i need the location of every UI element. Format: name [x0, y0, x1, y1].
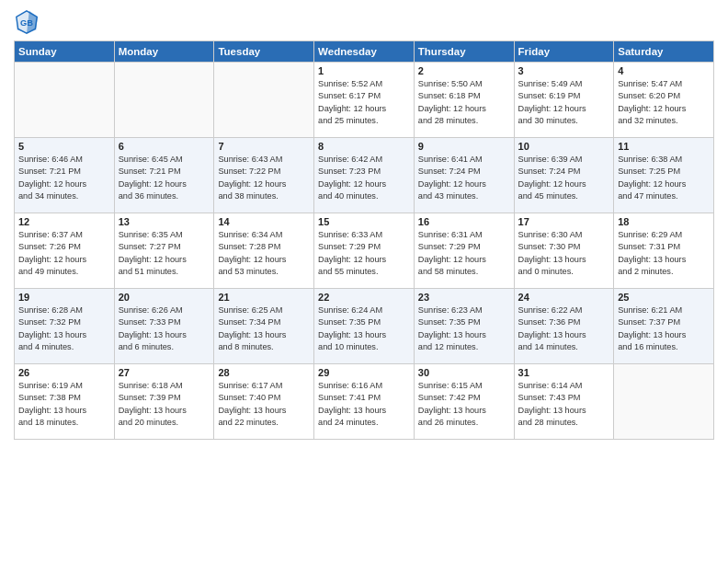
weekday-header-thursday: Thursday: [414, 41, 514, 63]
day-info: Sunrise: 6:22 AM Sunset: 7:36 PM Dayligh…: [518, 304, 610, 353]
day-number: 18: [618, 216, 710, 227]
calendar-cell: 8Sunrise: 6:42 AM Sunset: 7:23 PM Daylig…: [314, 138, 415, 213]
calendar-cell: 12Sunrise: 6:37 AM Sunset: 7:26 PM Dayli…: [15, 213, 115, 289]
day-info: Sunrise: 6:29 AM Sunset: 7:31 PM Dayligh…: [618, 229, 710, 278]
calendar-cell: [15, 63, 115, 138]
calendar-cell: [614, 364, 714, 440]
calendar-cell: 29Sunrise: 6:16 AM Sunset: 7:41 PM Dayli…: [314, 364, 415, 440]
day-info: Sunrise: 6:28 AM Sunset: 7:32 PM Dayligh…: [18, 304, 110, 353]
day-number: 23: [418, 292, 510, 303]
day-number: 11: [618, 141, 710, 152]
calendar-cell: 5Sunrise: 6:46 AM Sunset: 7:21 PM Daylig…: [15, 138, 115, 213]
calendar-week-5: 26Sunrise: 6:19 AM Sunset: 7:38 PM Dayli…: [15, 364, 714, 440]
day-number: 4: [618, 65, 710, 76]
calendar-cell: 20Sunrise: 6:26 AM Sunset: 7:33 PM Dayli…: [114, 289, 214, 364]
day-number: 21: [218, 292, 310, 303]
calendar-week-1: 1Sunrise: 5:52 AM Sunset: 6:17 PM Daylig…: [15, 63, 714, 138]
day-info: Sunrise: 6:14 AM Sunset: 7:43 PM Dayligh…: [518, 380, 610, 429]
day-number: 15: [318, 216, 410, 227]
weekday-header-sunday: Sunday: [15, 41, 115, 63]
day-number: 17: [518, 216, 610, 227]
day-number: 31: [518, 367, 610, 378]
calendar-cell: [214, 63, 314, 138]
calendar-cell: 19Sunrise: 6:28 AM Sunset: 7:32 PM Dayli…: [15, 289, 115, 364]
day-info: Sunrise: 6:37 AM Sunset: 7:26 PM Dayligh…: [18, 229, 110, 278]
day-number: 7: [218, 141, 310, 152]
day-info: Sunrise: 6:33 AM Sunset: 7:29 PM Dayligh…: [318, 229, 410, 278]
day-info: Sunrise: 6:45 AM Sunset: 7:21 PM Dayligh…: [119, 154, 210, 202]
day-info: Sunrise: 6:25 AM Sunset: 7:34 PM Dayligh…: [218, 304, 310, 353]
day-info: Sunrise: 6:35 AM Sunset: 7:27 PM Dayligh…: [119, 229, 210, 278]
calendar-cell: 27Sunrise: 6:18 AM Sunset: 7:39 PM Dayli…: [114, 364, 214, 440]
day-info: Sunrise: 6:26 AM Sunset: 7:33 PM Dayligh…: [119, 304, 210, 353]
calendar-cell: 17Sunrise: 6:30 AM Sunset: 7:30 PM Dayli…: [514, 213, 614, 289]
calendar-cell: 15Sunrise: 6:33 AM Sunset: 7:29 PM Dayli…: [314, 213, 415, 289]
day-info: Sunrise: 6:16 AM Sunset: 7:41 PM Dayligh…: [318, 380, 410, 429]
day-info: Sunrise: 6:15 AM Sunset: 7:42 PM Dayligh…: [418, 380, 510, 429]
day-number: 22: [318, 292, 410, 303]
header: GB: [14, 9, 714, 35]
day-number: 28: [218, 367, 310, 378]
day-info: Sunrise: 5:52 AM Sunset: 6:17 PM Dayligh…: [318, 78, 410, 127]
day-number: 6: [119, 141, 210, 152]
day-number: 14: [218, 216, 310, 227]
calendar-cell: 21Sunrise: 6:25 AM Sunset: 7:34 PM Dayli…: [214, 289, 314, 364]
calendar-cell: 18Sunrise: 6:29 AM Sunset: 7:31 PM Dayli…: [614, 213, 714, 289]
day-info: Sunrise: 6:23 AM Sunset: 7:35 PM Dayligh…: [418, 304, 510, 353]
calendar-cell: 11Sunrise: 6:38 AM Sunset: 7:25 PM Dayli…: [614, 138, 714, 213]
calendar-cell: 14Sunrise: 6:34 AM Sunset: 7:28 PM Dayli…: [214, 213, 314, 289]
day-info: Sunrise: 6:42 AM Sunset: 7:23 PM Dayligh…: [318, 154, 410, 202]
calendar-cell: 16Sunrise: 6:31 AM Sunset: 7:29 PM Dayli…: [414, 213, 514, 289]
weekday-header-wednesday: Wednesday: [314, 41, 415, 63]
calendar-cell: 7Sunrise: 6:43 AM Sunset: 7:22 PM Daylig…: [214, 138, 314, 213]
calendar-cell: 3Sunrise: 5:49 AM Sunset: 6:19 PM Daylig…: [514, 63, 614, 138]
day-number: 10: [518, 141, 610, 152]
calendar: SundayMondayTuesdayWednesdayThursdayFrid…: [14, 40, 714, 440]
day-number: 5: [18, 141, 110, 152]
day-info: Sunrise: 6:17 AM Sunset: 7:40 PM Dayligh…: [218, 380, 310, 429]
day-info: Sunrise: 6:30 AM Sunset: 7:30 PM Dayligh…: [518, 229, 610, 278]
day-number: 25: [618, 292, 710, 303]
weekday-header-tuesday: Tuesday: [214, 41, 314, 63]
calendar-cell: 25Sunrise: 6:21 AM Sunset: 7:37 PM Dayli…: [614, 289, 714, 364]
day-info: Sunrise: 6:38 AM Sunset: 7:25 PM Dayligh…: [618, 154, 710, 202]
calendar-cell: 26Sunrise: 6:19 AM Sunset: 7:38 PM Dayli…: [15, 364, 115, 440]
day-number: 1: [318, 65, 410, 76]
calendar-cell: 13Sunrise: 6:35 AM Sunset: 7:27 PM Dayli…: [114, 213, 214, 289]
day-info: Sunrise: 5:49 AM Sunset: 6:19 PM Dayligh…: [518, 78, 610, 127]
calendar-cell: 31Sunrise: 6:14 AM Sunset: 7:43 PM Dayli…: [514, 364, 614, 440]
day-number: 8: [318, 141, 410, 152]
day-number: 27: [119, 367, 210, 378]
day-info: Sunrise: 6:41 AM Sunset: 7:24 PM Dayligh…: [418, 154, 510, 202]
day-info: Sunrise: 6:19 AM Sunset: 7:38 PM Dayligh…: [18, 380, 110, 429]
page: GB SundayMondayTuesdayWednesdayThursdayF…: [0, 0, 728, 563]
calendar-cell: 6Sunrise: 6:45 AM Sunset: 7:21 PM Daylig…: [114, 138, 214, 213]
calendar-cell: 24Sunrise: 6:22 AM Sunset: 7:36 PM Dayli…: [514, 289, 614, 364]
day-number: 9: [418, 141, 510, 152]
day-info: Sunrise: 6:46 AM Sunset: 7:21 PM Dayligh…: [18, 154, 110, 202]
day-number: 12: [18, 216, 110, 227]
day-number: 20: [119, 292, 210, 303]
weekday-header-monday: Monday: [114, 41, 214, 63]
day-info: Sunrise: 6:18 AM Sunset: 7:39 PM Dayligh…: [119, 380, 210, 429]
calendar-cell: 1Sunrise: 5:52 AM Sunset: 6:17 PM Daylig…: [314, 63, 415, 138]
day-number: 29: [318, 367, 410, 378]
calendar-cell: 30Sunrise: 6:15 AM Sunset: 7:42 PM Dayli…: [414, 364, 514, 440]
calendar-cell: 23Sunrise: 6:23 AM Sunset: 7:35 PM Dayli…: [414, 289, 514, 364]
day-info: Sunrise: 6:34 AM Sunset: 7:28 PM Dayligh…: [218, 229, 310, 278]
day-number: 19: [18, 292, 110, 303]
day-number: 13: [119, 216, 210, 227]
calendar-cell: 9Sunrise: 6:41 AM Sunset: 7:24 PM Daylig…: [414, 138, 514, 213]
day-number: 2: [418, 65, 510, 76]
day-info: Sunrise: 5:47 AM Sunset: 6:20 PM Dayligh…: [618, 78, 710, 127]
day-number: 16: [418, 216, 510, 227]
day-number: 24: [518, 292, 610, 303]
day-number: 30: [418, 367, 510, 378]
weekday-header-saturday: Saturday: [614, 41, 714, 63]
logo: GB: [14, 9, 42, 35]
calendar-week-4: 19Sunrise: 6:28 AM Sunset: 7:32 PM Dayli…: [15, 289, 714, 364]
calendar-week-2: 5Sunrise: 6:46 AM Sunset: 7:21 PM Daylig…: [15, 138, 714, 213]
day-info: Sunrise: 6:24 AM Sunset: 7:35 PM Dayligh…: [318, 304, 410, 353]
calendar-cell: 2Sunrise: 5:50 AM Sunset: 6:18 PM Daylig…: [414, 63, 514, 138]
day-number: 26: [18, 367, 110, 378]
